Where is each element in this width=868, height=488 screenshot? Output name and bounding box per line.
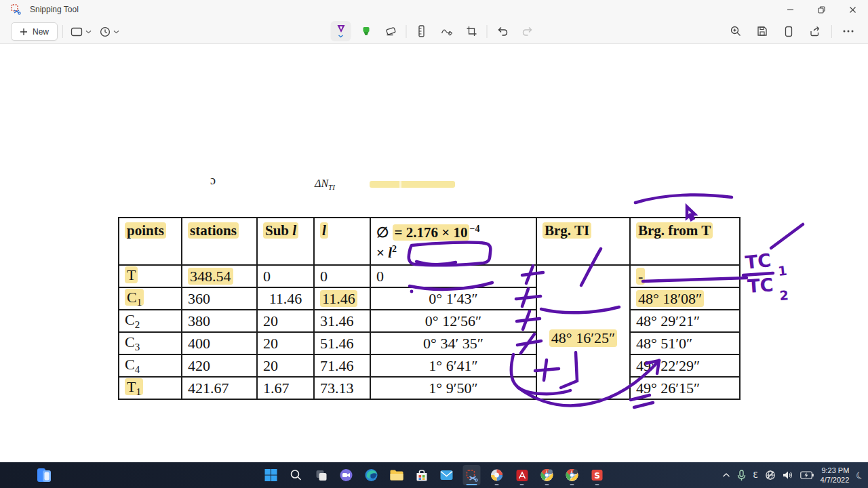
delay-dropdown[interactable]	[97, 22, 122, 41]
taskbar-paint-button[interactable]	[488, 465, 506, 485]
cell-station: 421.67	[182, 377, 257, 399]
taskbar-snipping-tool-button[interactable]	[463, 465, 481, 485]
table-row: C2 380 20 31.46 0° 12′56″ 48° 29′21″	[119, 310, 740, 332]
hidden-icons-chevron[interactable]	[722, 472, 730, 478]
share-button[interactable]	[805, 21, 825, 41]
svg-text:S: S	[594, 471, 600, 481]
crop-tool-button[interactable]	[462, 21, 482, 41]
toolbar: New	[0, 19, 868, 44]
store-icon	[415, 469, 428, 482]
pen-tool-button[interactable]	[331, 21, 351, 41]
taskbar-start-button[interactable]	[262, 465, 280, 485]
chevron-down-icon	[85, 30, 92, 34]
close-button[interactable]	[837, 0, 868, 19]
task-view-icon	[315, 469, 328, 482]
table-row: C3 400 20 51.46 0° 34′ 35″ 48° 51′0″	[119, 332, 740, 354]
taskbar-widgets-button[interactable]	[35, 465, 53, 485]
cell-point: C2	[119, 310, 182, 332]
cell-point: T	[119, 265, 182, 287]
taskbar-store-button[interactable]	[413, 465, 431, 485]
table-row: T1 421.67 1.67 73.13 1° 9′50″ 49° 26′15″	[119, 377, 740, 399]
taskbar: S Ɛ	[0, 462, 868, 488]
taskbar-search-button[interactable]	[288, 465, 305, 485]
save-button[interactable]	[752, 21, 772, 41]
chevron-down-icon	[113, 30, 119, 34]
table-header-row: points stations Sub l l ∅ = 2.176 × 10−4…	[119, 218, 740, 265]
undo-button[interactable]	[492, 21, 513, 41]
new-button-label: New	[33, 27, 49, 37]
search-icon	[290, 469, 302, 481]
taskbar-chrome-profile2-button[interactable]	[564, 465, 581, 485]
copy-icon	[784, 26, 793, 37]
cell-station: 400	[182, 332, 257, 354]
copy-button[interactable]	[778, 21, 799, 41]
taskbar-acrobat-button[interactable]	[513, 465, 531, 485]
s-app-icon: S	[591, 469, 604, 481]
undo-icon	[496, 26, 508, 37]
chrome-icon	[540, 468, 554, 482]
taskbar-edge-button[interactable]	[363, 465, 380, 485]
cell-point: C1	[119, 287, 182, 310]
redo-icon	[521, 26, 533, 37]
chrome-icon	[566, 468, 579, 482]
minimize-button[interactable]	[774, 0, 806, 19]
taskbar-file-explorer-button[interactable]	[388, 465, 406, 485]
plus-icon	[20, 28, 28, 36]
taskbar-chat-button[interactable]	[338, 465, 355, 485]
rectangle-mode-icon	[71, 27, 83, 37]
cell-brg-ti: 48° 16′25″	[536, 265, 630, 399]
new-button[interactable]: New	[11, 22, 58, 41]
cell-station: 348.54	[182, 265, 257, 287]
header-sub-l: Sub l	[257, 218, 314, 265]
header-l: l	[314, 218, 370, 265]
survey-table: points stations Sub l l ∅ = 2.176 × 10−4…	[118, 217, 741, 400]
network-globe-icon[interactable]	[765, 470, 776, 481]
snipping-tool-icon	[465, 469, 478, 482]
title-bar: Snipping Tool	[0, 0, 868, 19]
cell-point: C4	[119, 354, 182, 377]
save-icon	[757, 26, 768, 37]
cell-phi: 1° 9′50″	[370, 377, 536, 399]
focus-assist-moon-icon[interactable]: ☾	[854, 469, 865, 481]
taskbar-clock[interactable]: 9:23 PM 4/7/2022	[821, 466, 850, 485]
input-indicator[interactable]: Ɛ	[753, 470, 757, 480]
header-stations: stations	[182, 218, 257, 265]
cell-brg-from-t: 48° 51′0″	[630, 332, 740, 354]
volume-icon[interactable]	[783, 470, 793, 480]
taskbar-s-app-button[interactable]: S	[589, 465, 606, 485]
cell-brg-from-t: 49° 22′29″	[630, 354, 740, 377]
cell-brg-from-t: 48° 18′08″	[630, 287, 740, 310]
ruler-tool-button[interactable]	[412, 21, 432, 41]
taskbar-chrome-profile1-button[interactable]	[538, 465, 556, 485]
battery-charging-icon[interactable]	[800, 471, 814, 479]
cell-l: 31.46	[314, 310, 370, 332]
clock-icon	[100, 26, 111, 37]
highlight-bar	[370, 181, 455, 188]
redo-button[interactable]	[517, 21, 538, 41]
highlighter-tool-button[interactable]	[356, 21, 376, 41]
cell-brg-from-t: -	[630, 265, 740, 287]
touch-writing-button[interactable]	[437, 21, 457, 41]
cell-point: C3	[119, 332, 182, 354]
ruler-icon	[418, 25, 426, 37]
capture-mode-dropdown[interactable]	[68, 22, 94, 41]
microphone-icon[interactable]	[737, 470, 746, 481]
file-explorer-icon	[389, 469, 403, 481]
taskbar-mail-button[interactable]	[438, 465, 456, 485]
tray-time: 9:23 PM	[821, 466, 850, 475]
zoom-button[interactable]	[726, 21, 746, 41]
cell-l: 71.46	[314, 354, 370, 377]
cell-sub-l: 20	[257, 310, 314, 332]
taskbar-task-view-button[interactable]	[313, 465, 330, 485]
crop-icon	[467, 26, 477, 37]
highlighter-icon	[360, 26, 372, 37]
more-options-button[interactable]	[838, 21, 859, 41]
paint-icon	[490, 468, 504, 482]
header-brg-from-t: Brg. from T	[630, 218, 740, 265]
mail-icon	[440, 470, 454, 481]
eraser-tool-button[interactable]	[381, 21, 401, 41]
restore-button[interactable]	[806, 0, 837, 19]
cell-phi: 0	[370, 265, 536, 287]
tray-date: 4/7/2022	[821, 475, 850, 485]
window-title: Snipping Tool	[30, 5, 79, 14]
